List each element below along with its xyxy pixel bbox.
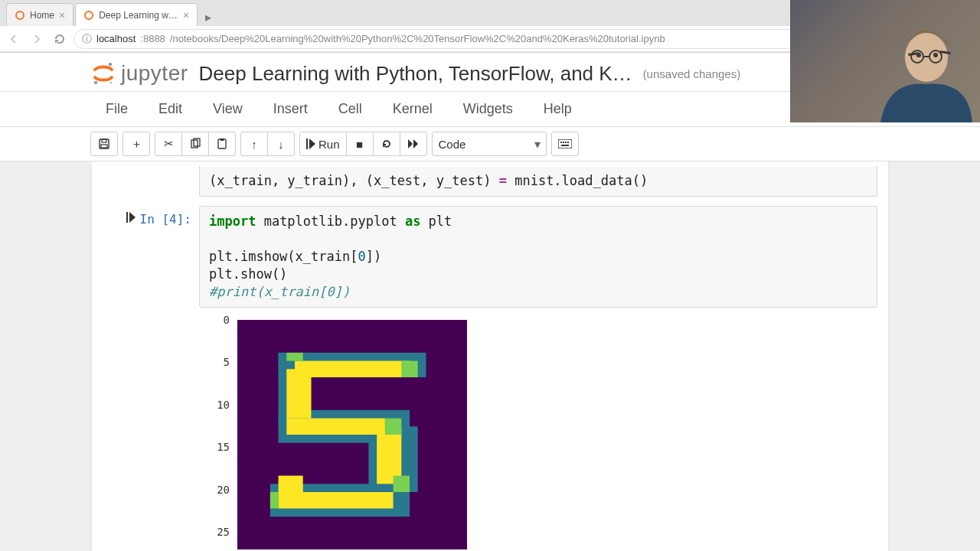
copy-button[interactable] [181, 132, 209, 156]
interrupt-button[interactable]: ■ [346, 132, 374, 156]
svg-rect-16 [565, 142, 567, 143]
svg-rect-29 [377, 426, 401, 484]
cut-button[interactable]: ✂ [155, 132, 182, 156]
menu-view[interactable]: View [198, 96, 258, 122]
svg-point-1 [85, 11, 93, 19]
cell-type-select[interactable]: Code [432, 132, 547, 156]
svg-rect-18 [561, 145, 569, 146]
run-button[interactable]: Run [299, 132, 347, 156]
edit-group: ✂ [155, 132, 236, 156]
svg-point-2 [109, 63, 112, 66]
url-host: localhost [96, 33, 136, 44]
cell-type-select-wrap: Code [432, 132, 547, 156]
stop-icon: ■ [356, 138, 363, 151]
notebook-container: jupyter Deep Learning with Python, Tenso… [0, 53, 980, 551]
restart-button[interactable] [373, 132, 400, 156]
close-icon[interactable]: × [59, 9, 65, 21]
arrow-up-icon: ↑ [251, 138, 257, 151]
code-editor[interactable]: (x_train, y_train), (x_test, y_test) = m… [199, 166, 877, 197]
svg-point-4 [109, 81, 112, 83]
plus-icon: ＋ [131, 137, 142, 152]
arrow-down-icon: ↓ [278, 138, 284, 151]
prompt: In [4]: [92, 206, 199, 308]
svg-rect-31 [279, 475, 303, 500]
code-cell-4[interactable]: In [4]: import matplotlib.pyplot as plt … [92, 201, 888, 312]
menu-help[interactable]: Help [528, 96, 587, 122]
tab-title: Home [30, 10, 54, 21]
scissors-icon: ✂ [164, 137, 174, 151]
svg-rect-35 [394, 475, 410, 491]
browser-tab-home[interactable]: Home × [6, 3, 74, 26]
svg-rect-26 [295, 360, 410, 377]
move-down-button[interactable]: ↓ [267, 132, 295, 156]
forward-button[interactable] [28, 30, 46, 48]
svg-rect-19 [126, 212, 128, 223]
insert-cell-below-button[interactable]: ＋ [122, 132, 150, 156]
jupyter-favicon-icon [83, 10, 94, 21]
svg-point-3 [94, 81, 98, 85]
run-label: Run [318, 138, 340, 151]
svg-rect-11 [220, 139, 224, 141]
move-group: ↑ ↓ [240, 132, 295, 156]
copy-icon [189, 138, 201, 150]
y-tick: 10 [217, 399, 230, 411]
paste-icon [216, 138, 228, 150]
menu-kernel[interactable]: Kernel [377, 96, 448, 122]
menu-file[interactable]: File [90, 96, 143, 122]
toolbar: ＋ ✂ ↑ ↓ Run ■ [0, 127, 980, 161]
svg-rect-33 [286, 352, 302, 360]
prompt-label: In [4]: [140, 212, 191, 227]
restart-icon [381, 138, 393, 150]
svg-rect-13 [558, 139, 572, 148]
matplotlib-figure: 0510152025 [199, 320, 482, 551]
prompt [92, 166, 199, 197]
paste-button[interactable] [208, 132, 236, 156]
menu-widgets[interactable]: Widgets [448, 96, 528, 122]
svg-rect-36 [270, 492, 279, 508]
fast-forward-icon [407, 139, 420, 149]
command-palette-button[interactable] [551, 132, 579, 156]
menu-insert[interactable]: Insert [258, 96, 323, 122]
code-cell-partial[interactable]: (x_train, y_train), (x_test, y_test) = m… [92, 161, 888, 201]
restart-run-all-button[interactable] [400, 132, 427, 156]
new-tab-button[interactable]: ▸ [199, 8, 217, 26]
person-silhouette [858, 15, 972, 122]
svg-rect-15 [563, 142, 564, 143]
menu-edit[interactable]: Edit [143, 96, 198, 122]
save-status: (unsaved changes) [643, 67, 741, 80]
url-path: /notebooks/Deep%20Learning%20with%20Pyth… [170, 33, 665, 44]
svg-point-0 [16, 11, 24, 19]
svg-rect-34 [385, 418, 401, 434]
y-tick: 0 [224, 314, 230, 326]
notebook-title[interactable]: Deep Learning with Python, TensorFlow, a… [199, 62, 632, 86]
tab-title: Deep Learning with Pyth… [99, 10, 178, 21]
y-tick: 20 [217, 484, 230, 496]
site-info-icon[interactable]: ⓘ [82, 32, 92, 46]
webcam-overlay [790, 0, 980, 122]
svg-rect-27 [286, 369, 311, 418]
run-cell-icon[interactable] [126, 212, 136, 223]
heatmap-image [237, 320, 467, 549]
code-editor[interactable]: import matplotlib.pyplot as plt plt.imsh… [199, 206, 877, 308]
svg-rect-12 [306, 139, 308, 149]
browser-tab-notebook[interactable]: Deep Learning with Pyth… × [75, 3, 198, 26]
run-icon [306, 139, 315, 149]
jupyter-logo[interactable]: jupyter [90, 60, 188, 86]
svg-rect-7 [101, 145, 107, 148]
y-tick: 15 [217, 441, 230, 453]
reload-button[interactable] [51, 30, 69, 48]
back-button[interactable] [5, 30, 23, 48]
jupyter-wordmark: jupyter [121, 61, 188, 86]
svg-rect-28 [286, 418, 385, 434]
move-up-button[interactable]: ↑ [240, 132, 268, 156]
run-group: Run ■ [299, 132, 427, 156]
menu-cell[interactable]: Cell [323, 96, 377, 122]
svg-point-39 [933, 53, 938, 57]
svg-rect-17 [567, 142, 569, 143]
cell-output: 0510152025 [92, 312, 888, 551]
close-icon[interactable]: × [183, 9, 189, 21]
y-tick: 5 [224, 356, 230, 368]
jupyter-mark-icon [90, 60, 116, 86]
notebook-inner: (x_train, y_train), (x_test, y_test) = m… [92, 161, 888, 551]
save-button[interactable] [90, 132, 118, 156]
